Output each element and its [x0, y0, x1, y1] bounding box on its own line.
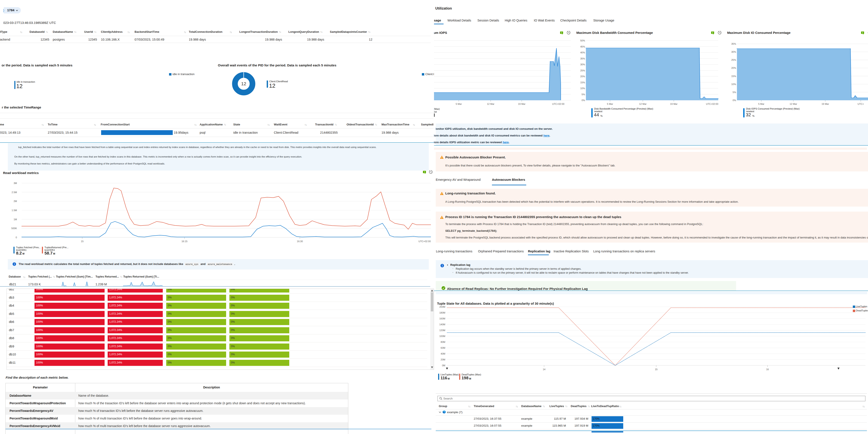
threshold-bar-red: 1,072.24%	[107, 335, 163, 341]
bar-value: 0%	[168, 345, 172, 348]
column-header[interactable]: DatabaseName↑↓	[521, 404, 545, 408]
grid-row: db10100%1,072.24%0%0%	[7, 350, 434, 359]
sort-arrows-icon[interactable]: ↑↓	[516, 405, 518, 408]
threshold-bar-red: 1,072.24%	[107, 343, 163, 349]
legend-swatch	[853, 310, 855, 312]
threshold-bar-green: 0%	[166, 351, 226, 358]
threshold-bar-green: 0%	[229, 311, 289, 317]
info-icon-circle	[14, 263, 15, 264]
bar-value: 100%	[36, 353, 43, 356]
sort-arrows-icon[interactable]: ↑↓	[588, 405, 590, 408]
column-header[interactable]: LiveToDeadTupRatio	[591, 404, 619, 408]
bar-value: 0%	[168, 289, 172, 291]
tuple-state-chart-polyline	[447, 333, 865, 365]
cell-livetuples: 115.97 M	[554, 417, 566, 420]
group-expand-chevron-icon-path	[439, 412, 441, 413]
bar-value: 1,072.24%	[109, 353, 122, 356]
bar-value: 100%	[36, 329, 43, 332]
sort-arrows-icon[interactable]: ↑↓	[862, 405, 865, 408]
legend-total: 198	[462, 376, 468, 380]
y-axis-label: 500K	[11, 227, 17, 229]
search-placeholder: Search	[443, 397, 453, 400]
divider-line	[436, 422, 867, 423]
threshold-bar-green: 0%	[166, 335, 226, 341]
column-header[interactable]: Database	[9, 275, 21, 278]
threshold-bar-green: 0%	[229, 327, 289, 333]
legend-total: 58.7 M	[44, 251, 55, 256]
cell-parameter: PercentTowardsWraparoundProtection	[9, 401, 66, 405]
cell-timegenerated: 27/03/2023, 16:07:55	[474, 424, 501, 427]
threshold-bar-red: 100%	[34, 335, 104, 341]
legend-label[interactable]: DeadTuples	[856, 309, 868, 312]
cell-database: db5	[9, 312, 14, 315]
cell-description: how much % of the trasaction ID's left b…	[78, 401, 306, 405]
cell-parameter: PercentTowardsWraparoundMxid	[9, 416, 58, 420]
table-row: PercentTowardsWraparoundMxidhow much % o…	[6, 415, 348, 422]
threshold-bar-red: 100%	[34, 360, 104, 366]
cell-database: db2	[9, 289, 14, 291]
tuples-fetched-sparkline-path	[56, 282, 91, 286]
threshold-bar-red: 1,072.24%	[107, 360, 163, 366]
threshold-bar-green: 0%	[166, 295, 226, 301]
legend-total-unit: M	[53, 252, 55, 255]
cell-description: Name of the database.	[78, 394, 109, 397]
cell-database: db10	[9, 352, 16, 356]
column-header-description: Description	[203, 385, 220, 389]
legend-color-bar	[459, 374, 460, 380]
column-header[interactable]: Tuples Returned...↑↓	[95, 275, 122, 278]
x-axis-label: 16	[766, 368, 769, 371]
bar-value: 0%	[231, 345, 235, 348]
read-workload-chart-polyline	[22, 222, 431, 237]
wraparound-percentage-grid: db2100%1,072.24%0%0%db3100%1,072.24%0%0%…	[6, 289, 434, 370]
sort-arrows-icon[interactable]: ↑↓	[23, 276, 25, 279]
legend-total-unit: M	[22, 252, 24, 255]
column-header[interactable]: Group	[439, 404, 447, 408]
sort-arrows-icon[interactable]: ↑↓	[53, 275, 55, 278]
column-header[interactable]: Tuples Returned (Sum) [Ti...	[123, 275, 159, 278]
y-axis-label: 60M	[441, 346, 445, 349]
column-header[interactable]: Tuples Fetched (...↑↓	[28, 275, 55, 278]
grid-row: db2100%1,072.24%0%0%	[7, 289, 434, 293]
y-axis-label: 180M	[439, 311, 445, 314]
legend-color-bar	[438, 374, 439, 380]
column-header[interactable]: Tuples Fetched (Sum) [Tim...	[56, 275, 93, 278]
group-label[interactable]: example (7)	[447, 410, 462, 414]
table-row: PercentTowardsEmergencyAVhow much % of t…	[6, 407, 348, 415]
cell-description: how much % of multi transaction ID's lef…	[78, 424, 211, 428]
threshold-bar-green: 0%	[229, 289, 289, 292]
y-axis-label: 40M	[441, 352, 445, 355]
grid-row: db8100%1,072.24%0%0%	[7, 334, 434, 342]
sort-arrows-icon[interactable]: ↑↓	[120, 275, 122, 278]
column-header[interactable]: TimeGenerated	[474, 404, 494, 408]
divider-line	[0, 286, 430, 287]
sort-arrows-icon[interactable]: ↑↓	[565, 405, 567, 408]
legend-swatch	[853, 306, 855, 308]
legend-label[interactable]: LiveTuples	[856, 305, 867, 308]
bar-value: 0%	[168, 312, 172, 315]
y-axis-label: 100M	[439, 335, 445, 337]
sort-arrows-icon[interactable]: ↑↓	[542, 405, 545, 408]
sort-arrows-icon[interactable]: ↑↓	[619, 405, 621, 408]
infobar-text-mid: and	[200, 262, 206, 266]
scrollbar-thumb[interactable]	[431, 292, 433, 311]
y-axis-label: 2M	[14, 200, 17, 203]
cell-description: how much % of multi transaction ID's lef…	[78, 416, 202, 420]
column-header[interactable]: DeadTuples↑↓	[571, 404, 590, 408]
cell-database: db11	[9, 361, 16, 364]
cell-deadtuples: 197.919 M	[575, 424, 588, 427]
bar-value: 100%	[36, 320, 43, 323]
grid-row: db9100%1,072.24%0%0%	[7, 342, 434, 351]
legend-series-name[interactable]: Tuples Fetched (Prev...	[16, 246, 40, 249]
read-workload-chart-polyline	[22, 188, 431, 229]
bar-value: 1,072.24%	[109, 345, 122, 348]
y-axis-label: 1.5M	[12, 209, 17, 212]
bar-value: 1,072.24%	[109, 296, 122, 299]
bar-value: 100%	[36, 312, 43, 315]
search-input[interactable]: Search	[437, 396, 865, 401]
column-header[interactable]: LiveTuples↑↓	[550, 404, 567, 408]
scrollbar-down-arrow[interactable]	[431, 367, 433, 368]
info-icon-rect	[14, 264, 14, 265]
scrollbar-up-arrow[interactable]	[431, 290, 433, 291]
sort-arrows-icon[interactable]: ↑↓	[468, 405, 470, 408]
legend-series-name[interactable]: TuplesReturned (Pre...	[44, 246, 69, 249]
